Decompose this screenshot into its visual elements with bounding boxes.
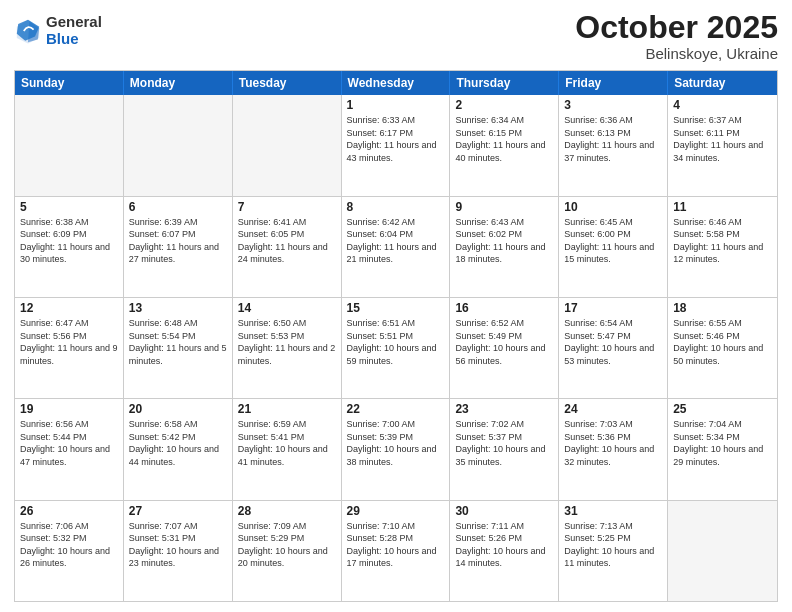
calendar-cell: 26Sunrise: 7:06 AM Sunset: 5:32 PM Dayli… bbox=[15, 501, 124, 601]
day-number: 22 bbox=[347, 402, 445, 416]
cell-info: Sunrise: 7:06 AM Sunset: 5:32 PM Dayligh… bbox=[20, 520, 118, 570]
weekday-header: Tuesday bbox=[233, 71, 342, 95]
cell-info: Sunrise: 6:54 AM Sunset: 5:47 PM Dayligh… bbox=[564, 317, 662, 367]
day-number: 21 bbox=[238, 402, 336, 416]
logo-blue: Blue bbox=[46, 31, 102, 48]
calendar-cell: 13Sunrise: 6:48 AM Sunset: 5:54 PM Dayli… bbox=[124, 298, 233, 398]
logo-icon bbox=[14, 17, 42, 45]
day-number: 29 bbox=[347, 504, 445, 518]
calendar-cell: 7Sunrise: 6:41 AM Sunset: 6:05 PM Daylig… bbox=[233, 197, 342, 297]
weekday-header: Saturday bbox=[668, 71, 777, 95]
calendar-cell: 27Sunrise: 7:07 AM Sunset: 5:31 PM Dayli… bbox=[124, 501, 233, 601]
cell-info: Sunrise: 6:41 AM Sunset: 6:05 PM Dayligh… bbox=[238, 216, 336, 266]
calendar-cell: 14Sunrise: 6:50 AM Sunset: 5:53 PM Dayli… bbox=[233, 298, 342, 398]
calendar-cell: 31Sunrise: 7:13 AM Sunset: 5:25 PM Dayli… bbox=[559, 501, 668, 601]
day-number: 27 bbox=[129, 504, 227, 518]
cell-info: Sunrise: 6:42 AM Sunset: 6:04 PM Dayligh… bbox=[347, 216, 445, 266]
cell-info: Sunrise: 6:58 AM Sunset: 5:42 PM Dayligh… bbox=[129, 418, 227, 468]
day-number: 4 bbox=[673, 98, 772, 112]
page: General Blue October 2025 Belinskoye, Uk… bbox=[0, 0, 792, 612]
day-number: 20 bbox=[129, 402, 227, 416]
calendar-cell: 25Sunrise: 7:04 AM Sunset: 5:34 PM Dayli… bbox=[668, 399, 777, 499]
calendar-cell: 29Sunrise: 7:10 AM Sunset: 5:28 PM Dayli… bbox=[342, 501, 451, 601]
cell-info: Sunrise: 7:07 AM Sunset: 5:31 PM Dayligh… bbox=[129, 520, 227, 570]
day-number: 17 bbox=[564, 301, 662, 315]
day-number: 25 bbox=[673, 402, 772, 416]
calendar-cell: 19Sunrise: 6:56 AM Sunset: 5:44 PM Dayli… bbox=[15, 399, 124, 499]
calendar-header: SundayMondayTuesdayWednesdayThursdayFrid… bbox=[15, 71, 777, 95]
calendar-cell: 23Sunrise: 7:02 AM Sunset: 5:37 PM Dayli… bbox=[450, 399, 559, 499]
calendar-cell: 30Sunrise: 7:11 AM Sunset: 5:26 PM Dayli… bbox=[450, 501, 559, 601]
cell-info: Sunrise: 6:38 AM Sunset: 6:09 PM Dayligh… bbox=[20, 216, 118, 266]
calendar-cell: 4Sunrise: 6:37 AM Sunset: 6:11 PM Daylig… bbox=[668, 95, 777, 195]
calendar: SundayMondayTuesdayWednesdayThursdayFrid… bbox=[14, 70, 778, 602]
calendar-cell bbox=[124, 95, 233, 195]
title-block: October 2025 Belinskoye, Ukraine bbox=[575, 10, 778, 62]
weekday-header: Monday bbox=[124, 71, 233, 95]
cell-info: Sunrise: 6:39 AM Sunset: 6:07 PM Dayligh… bbox=[129, 216, 227, 266]
cell-info: Sunrise: 7:04 AM Sunset: 5:34 PM Dayligh… bbox=[673, 418, 772, 468]
day-number: 3 bbox=[564, 98, 662, 112]
cell-info: Sunrise: 7:00 AM Sunset: 5:39 PM Dayligh… bbox=[347, 418, 445, 468]
day-number: 24 bbox=[564, 402, 662, 416]
calendar-cell bbox=[668, 501, 777, 601]
calendar-cell: 22Sunrise: 7:00 AM Sunset: 5:39 PM Dayli… bbox=[342, 399, 451, 499]
calendar-row: 12Sunrise: 6:47 AM Sunset: 5:56 PM Dayli… bbox=[15, 297, 777, 398]
calendar-cell bbox=[15, 95, 124, 195]
day-number: 11 bbox=[673, 200, 772, 214]
weekday-header: Wednesday bbox=[342, 71, 451, 95]
cell-info: Sunrise: 6:52 AM Sunset: 5:49 PM Dayligh… bbox=[455, 317, 553, 367]
day-number: 6 bbox=[129, 200, 227, 214]
day-number: 10 bbox=[564, 200, 662, 214]
day-number: 31 bbox=[564, 504, 662, 518]
cell-info: Sunrise: 6:47 AM Sunset: 5:56 PM Dayligh… bbox=[20, 317, 118, 367]
calendar-cell: 5Sunrise: 6:38 AM Sunset: 6:09 PM Daylig… bbox=[15, 197, 124, 297]
calendar-cell: 17Sunrise: 6:54 AM Sunset: 5:47 PM Dayli… bbox=[559, 298, 668, 398]
day-number: 5 bbox=[20, 200, 118, 214]
calendar-title: October 2025 bbox=[575, 10, 778, 45]
day-number: 2 bbox=[455, 98, 553, 112]
day-number: 23 bbox=[455, 402, 553, 416]
day-number: 30 bbox=[455, 504, 553, 518]
logo-general: General bbox=[46, 14, 102, 31]
logo: General Blue bbox=[14, 14, 102, 47]
calendar-subtitle: Belinskoye, Ukraine bbox=[575, 45, 778, 62]
cell-info: Sunrise: 6:56 AM Sunset: 5:44 PM Dayligh… bbox=[20, 418, 118, 468]
cell-info: Sunrise: 6:34 AM Sunset: 6:15 PM Dayligh… bbox=[455, 114, 553, 164]
day-number: 7 bbox=[238, 200, 336, 214]
day-number: 18 bbox=[673, 301, 772, 315]
cell-info: Sunrise: 6:48 AM Sunset: 5:54 PM Dayligh… bbox=[129, 317, 227, 367]
cell-info: Sunrise: 6:33 AM Sunset: 6:17 PM Dayligh… bbox=[347, 114, 445, 164]
day-number: 12 bbox=[20, 301, 118, 315]
calendar-cell: 3Sunrise: 6:36 AM Sunset: 6:13 PM Daylig… bbox=[559, 95, 668, 195]
calendar-cell: 6Sunrise: 6:39 AM Sunset: 6:07 PM Daylig… bbox=[124, 197, 233, 297]
calendar-cell: 11Sunrise: 6:46 AM Sunset: 5:58 PM Dayli… bbox=[668, 197, 777, 297]
cell-info: Sunrise: 6:59 AM Sunset: 5:41 PM Dayligh… bbox=[238, 418, 336, 468]
calendar-cell: 2Sunrise: 6:34 AM Sunset: 6:15 PM Daylig… bbox=[450, 95, 559, 195]
calendar-cell: 21Sunrise: 6:59 AM Sunset: 5:41 PM Dayli… bbox=[233, 399, 342, 499]
day-number: 9 bbox=[455, 200, 553, 214]
calendar-row: 26Sunrise: 7:06 AM Sunset: 5:32 PM Dayli… bbox=[15, 500, 777, 601]
calendar-cell: 10Sunrise: 6:45 AM Sunset: 6:00 PM Dayli… bbox=[559, 197, 668, 297]
calendar-cell: 16Sunrise: 6:52 AM Sunset: 5:49 PM Dayli… bbox=[450, 298, 559, 398]
cell-info: Sunrise: 6:43 AM Sunset: 6:02 PM Dayligh… bbox=[455, 216, 553, 266]
day-number: 16 bbox=[455, 301, 553, 315]
calendar-row: 1Sunrise: 6:33 AM Sunset: 6:17 PM Daylig… bbox=[15, 95, 777, 195]
cell-info: Sunrise: 7:10 AM Sunset: 5:28 PM Dayligh… bbox=[347, 520, 445, 570]
weekday-header: Thursday bbox=[450, 71, 559, 95]
cell-info: Sunrise: 6:55 AM Sunset: 5:46 PM Dayligh… bbox=[673, 317, 772, 367]
day-number: 8 bbox=[347, 200, 445, 214]
day-number: 19 bbox=[20, 402, 118, 416]
cell-info: Sunrise: 7:13 AM Sunset: 5:25 PM Dayligh… bbox=[564, 520, 662, 570]
calendar-body: 1Sunrise: 6:33 AM Sunset: 6:17 PM Daylig… bbox=[15, 95, 777, 601]
logo-text: General Blue bbox=[46, 14, 102, 47]
cell-info: Sunrise: 6:46 AM Sunset: 5:58 PM Dayligh… bbox=[673, 216, 772, 266]
calendar-cell: 20Sunrise: 6:58 AM Sunset: 5:42 PM Dayli… bbox=[124, 399, 233, 499]
cell-info: Sunrise: 7:11 AM Sunset: 5:26 PM Dayligh… bbox=[455, 520, 553, 570]
day-number: 1 bbox=[347, 98, 445, 112]
calendar-cell: 24Sunrise: 7:03 AM Sunset: 5:36 PM Dayli… bbox=[559, 399, 668, 499]
cell-info: Sunrise: 7:09 AM Sunset: 5:29 PM Dayligh… bbox=[238, 520, 336, 570]
weekday-header: Friday bbox=[559, 71, 668, 95]
calendar-cell: 9Sunrise: 6:43 AM Sunset: 6:02 PM Daylig… bbox=[450, 197, 559, 297]
day-number: 15 bbox=[347, 301, 445, 315]
